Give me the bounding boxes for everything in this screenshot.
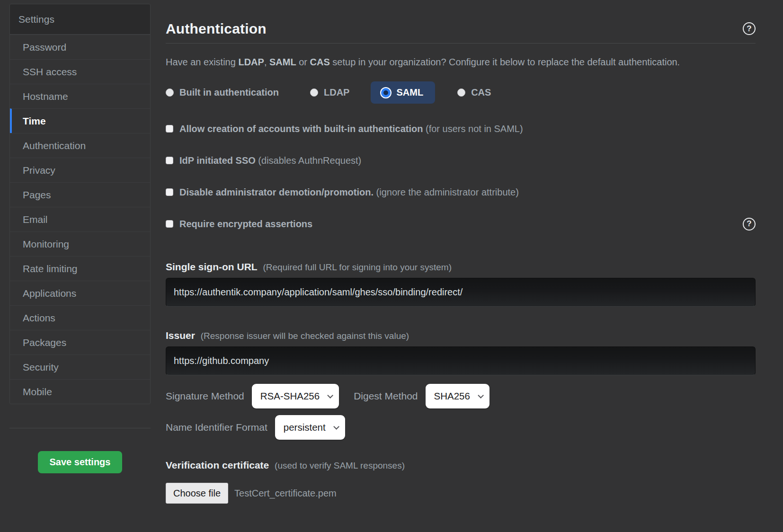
- signature-method-label: Signature Method: [166, 390, 244, 402]
- name-identifier-format-label: Name Identifier Format: [166, 422, 267, 433]
- sidebar-item-authentication[interactable]: Authentication: [10, 133, 150, 158]
- sidebar-item-actions[interactable]: Actions: [10, 305, 150, 330]
- sidebar-item-email[interactable]: Email: [10, 207, 150, 231]
- saml-options-checkbox-list: Allow creation of accounts with built-in…: [166, 122, 756, 231]
- sidebar-item-monitoring[interactable]: Monitoring: [10, 231, 150, 256]
- sidebar-divider: [9, 428, 151, 428]
- checkbox-icon[interactable]: [166, 125, 173, 133]
- choose-file-button[interactable]: Choose file: [166, 483, 228, 504]
- checkbox-row-allow-builtin-accounts: Allow creation of accounts with built-in…: [166, 122, 756, 135]
- sidebar-nav: Settings Password SSH access Hostname Ti…: [9, 4, 151, 404]
- sidebar-item-password[interactable]: Password: [10, 35, 150, 59]
- sso-url-label: Single sign-on URL: [166, 261, 258, 272]
- method-selects-row: Signature Method RSA-SHA256 Digest Metho…: [166, 384, 756, 408]
- checkbox-icon[interactable]: [166, 220, 173, 228]
- sidebar-item-rate-limiting[interactable]: Rate limiting: [10, 256, 150, 281]
- radio-icon: [457, 89, 465, 97]
- checkbox-icon[interactable]: [166, 188, 173, 196]
- radio-ldap[interactable]: LDAP: [310, 87, 349, 98]
- chevron-down-icon: [333, 424, 339, 430]
- chevron-down-icon: [478, 392, 484, 399]
- auth-method-radio-group: Built in authentication LDAP SAML CAS: [166, 81, 756, 104]
- sso-url-field-group: Single sign-on URL (Required full URL fo…: [166, 261, 756, 307]
- digest-method-label: Digest Method: [354, 390, 418, 402]
- checkbox-icon[interactable]: [166, 157, 173, 164]
- radio-built-in-authentication[interactable]: Built in authentication: [166, 87, 279, 98]
- sidebar-item-hostname[interactable]: Hostname: [10, 84, 150, 108]
- issuer-field-group: Issuer (Response issuer will be checked …: [166, 330, 756, 375]
- sidebar-item-ssh-access[interactable]: SSH access: [10, 59, 150, 84]
- issuer-note: (Response issuer will be checked against…: [201, 331, 409, 341]
- settings-sidebar: Settings Password SSH access Hostname Ti…: [9, 4, 151, 473]
- verification-certificate-label: Verification certificate: [166, 460, 269, 470]
- sidebar-title: Settings: [10, 4, 150, 35]
- digest-method-select[interactable]: SHA256: [426, 384, 489, 408]
- checkbox-row-disable-admin-demotion: Disable administrator demotion/promotion…: [166, 186, 756, 199]
- chevron-down-icon: [327, 392, 333, 399]
- authentication-settings-panel: Authentication ? Have an existing LDAP, …: [166, 14, 756, 504]
- issuer-label: Issuer: [166, 330, 195, 341]
- sso-url-note: (Required full URL for signing into your…: [263, 262, 452, 272]
- issuer-input[interactable]: [166, 346, 756, 375]
- name-identifier-row: Name Identifier Format persistent: [166, 415, 756, 440]
- page-header: Authentication ?: [166, 14, 756, 44]
- sidebar-item-pages[interactable]: Pages: [10, 182, 150, 207]
- help-icon[interactable]: ?: [743, 218, 756, 231]
- radio-checked-icon: [381, 88, 391, 98]
- page-title: Authentication: [166, 21, 267, 37]
- radio-saml-selected[interactable]: SAML: [371, 81, 435, 104]
- sidebar-item-applications[interactable]: Applications: [10, 281, 150, 305]
- help-icon[interactable]: ?: [743, 22, 756, 35]
- sso-url-input[interactable]: [166, 278, 756, 307]
- name-identifier-format-select[interactable]: persistent: [275, 415, 345, 440]
- save-settings-button[interactable]: Save settings: [38, 451, 123, 473]
- sidebar-item-packages[interactable]: Packages: [10, 330, 150, 355]
- sidebar-item-mobile[interactable]: Mobile: [10, 379, 150, 404]
- radio-cas[interactable]: CAS: [457, 87, 491, 98]
- checkbox-row-require-encrypted-assertions: Require encrypted assertions ?: [166, 217, 756, 231]
- sidebar-item-time[interactable]: Time: [10, 108, 150, 133]
- verification-certificate-note: (used to verify SAML responses): [275, 461, 405, 470]
- signature-method-select[interactable]: RSA-SHA256: [252, 384, 339, 408]
- checkbox-row-idp-initiated-sso: IdP initiated SSO (disables AuthnRequest…: [166, 154, 756, 167]
- radio-icon: [166, 89, 174, 97]
- verification-certificate-group: Verification certificate (used to verify…: [166, 460, 756, 504]
- intro-text: Have an existing LDAP, SAML or CAS setup…: [166, 53, 682, 71]
- certificate-filename: TestCert_certificate.pem: [234, 488, 337, 499]
- radio-icon: [310, 89, 318, 97]
- certificate-file-row: Choose file TestCert_certificate.pem: [166, 483, 756, 504]
- sidebar-item-privacy[interactable]: Privacy: [10, 158, 150, 182]
- sidebar-item-security[interactable]: Security: [10, 355, 150, 379]
